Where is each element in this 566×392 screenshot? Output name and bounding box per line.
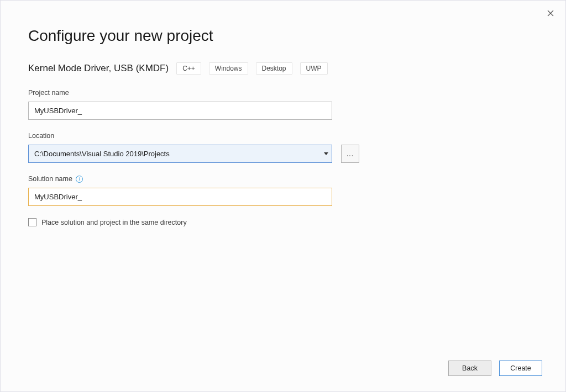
- same-directory-row: Place solution and project in the same d…: [28, 218, 538, 226]
- location-group: Location C:\Documents\Visual Studio 2019…: [28, 132, 538, 163]
- back-button[interactable]: Back: [448, 361, 491, 376]
- svg-marker-2: [324, 152, 328, 155]
- project-name-label: Project name: [28, 89, 538, 97]
- close-button[interactable]: [543, 6, 558, 20]
- close-icon: [547, 10, 554, 17]
- location-label: Location: [28, 132, 538, 140]
- location-combo[interactable]: C:\Documents\Visual Studio 2019\Projects: [28, 145, 332, 163]
- tag-windows: Windows: [209, 62, 248, 75]
- dialog-content: Configure your new project Kernel Mode D…: [1, 1, 565, 226]
- tag-uwp: UWP: [300, 62, 328, 75]
- create-button[interactable]: Create: [499, 361, 542, 376]
- project-name-group: Project name: [28, 89, 538, 120]
- solution-name-group: Solution name i: [28, 175, 538, 206]
- tag-cpp: C++: [176, 62, 201, 75]
- browse-button[interactable]: ...: [341, 145, 359, 163]
- template-name: Kernel Mode Driver, USB (KMDF): [28, 63, 169, 74]
- project-name-input[interactable]: [28, 102, 332, 120]
- solution-name-input[interactable]: [28, 188, 332, 206]
- info-icon[interactable]: i: [76, 176, 83, 183]
- tag-desktop: Desktop: [256, 62, 292, 75]
- location-value: C:\Documents\Visual Studio 2019\Projects: [29, 150, 321, 158]
- solution-name-label: Solution name: [28, 175, 72, 183]
- same-directory-label: Place solution and project in the same d…: [41, 219, 187, 226]
- same-directory-checkbox[interactable]: [28, 218, 36, 226]
- page-title: Configure your new project: [28, 27, 538, 45]
- template-row: Kernel Mode Driver, USB (KMDF) C++ Windo…: [28, 62, 538, 75]
- chevron-down-icon: [321, 145, 332, 162]
- footer: Back Create: [448, 361, 542, 376]
